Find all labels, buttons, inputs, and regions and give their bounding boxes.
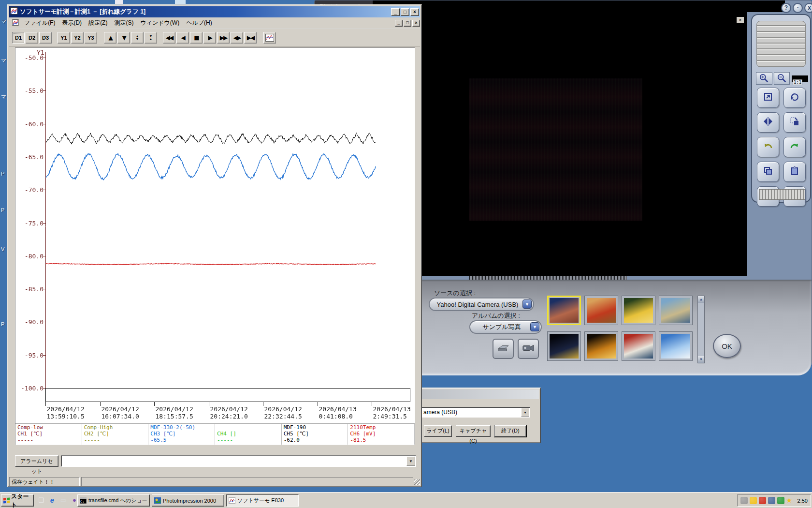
printer-tray-icon[interactable] [740,497,748,504]
menu-item-0[interactable]: ファイル(F) [21,18,58,28]
star-tray-icon[interactable]: ★ [786,497,794,504]
svg-text:C:: C: [80,500,84,504]
desktop-icon-fragment [175,0,186,4]
scanner-source-button[interactable] [493,339,514,359]
zoom-in-button[interactable] [756,72,772,85]
child-close-button[interactable]: × [412,20,420,27]
pan-down-button[interactable]: ▼ [117,32,130,44]
child-window-icon [12,19,19,28]
crop-icon [789,116,800,129]
menu-item-5[interactable]: ヘルプ(H) [183,18,216,28]
capture-button[interactable]: キャプチャ(C) [456,425,491,437]
resize-button[interactable] [757,88,779,108]
minimize-button[interactable]: _ [391,8,400,16]
chevron-down-icon[interactable]: ▼ [406,456,415,466]
pan-up-button[interactable]: ▲ [104,32,116,44]
album-select-dropdown[interactable]: サンプル写真 ▼ [469,320,542,334]
compress-y-button[interactable]: ▼▲ [145,32,157,44]
chevron-down-icon[interactable]: ▼ [530,322,539,331]
thumbnail-sky-clouds[interactable] [659,331,693,361]
fast-forward-button[interactable]: ▶▶ [217,32,230,44]
alarm-reset-button[interactable]: アラームリセット [15,455,58,467]
thumbnail-red-rock-spires[interactable] [547,296,581,325]
selector-button-d1[interactable]: D1 [12,32,25,44]
camera-source-button[interactable] [518,339,539,359]
ok-button[interactable]: OK [713,334,741,358]
child-restore-button[interactable]: □ [404,20,411,27]
selector-button-d3[interactable]: D3 [39,32,52,44]
help-tray-icon[interactable] [750,497,757,504]
task-softthermo[interactable]: ソフトサーモ E830 [226,494,299,507]
close-button[interactable]: x [804,3,812,13]
start-button[interactable]: スタート [1,494,34,507]
thumbnail-night-city[interactable] [547,331,581,361]
panel-grip[interactable] [756,21,806,67]
task-photoimpression[interactable]: PhotoImpression 2000 [152,494,224,507]
thumbnail-fiber-optics[interactable] [584,331,618,361]
exit-button[interactable]: 終了(D) [494,425,526,437]
thumbnail-harbor-town[interactable] [659,296,693,325]
paste-button[interactable] [783,162,806,182]
chevron-down-icon[interactable]: ▼ [522,299,532,309]
source-select-dropdown[interactable]: Yahoo! Digital Camera (USB) ▼ [429,298,534,311]
thumbnail-red-bird[interactable] [584,296,618,325]
photo-harbor-town [661,298,690,323]
menu-item-2[interactable]: 設定(Z) [85,18,111,28]
thumbnail-ship-bow[interactable] [622,331,655,361]
status-tray-icon[interactable] [777,497,784,504]
selector-button-y3[interactable]: Y3 [85,32,97,44]
selector-button-y2[interactable]: Y2 [71,32,84,44]
stop-button[interactable]: ■ [190,32,203,44]
title-bar[interactable]: ソフトサーモ計測－計測1 － [折れ線グラフ 1] _□× [9,6,420,17]
alert-tray-icon[interactable] [759,497,766,504]
crop-button[interactable] [783,112,806,133]
undo-button[interactable] [757,137,779,157]
legend-cell-ch4: CH4 []----- [215,424,282,445]
jump-button[interactable]: ◀▶ [231,32,243,44]
actual-size-button[interactable]: 1:1 [793,79,802,85]
desktop-icon-label-fragment: P [1,171,7,177]
thumbnail-scrollbar[interactable]: ▲ ▼ [697,296,705,363]
task-transfile[interactable]: C:transfile.cmd へのショート... [77,494,150,507]
scroll-up-icon[interactable]: ▲ [698,296,704,303]
line-graph-canvas[interactable] [15,48,415,423]
desktop-icon-label-fragment: マ [1,93,7,101]
zoom-out-button[interactable] [774,72,790,85]
expand-y-button[interactable]: ▲▼ [131,32,144,44]
fast-rewind-button[interactable]: ◀◀ [163,32,175,44]
resize-grip[interactable] [414,479,420,485]
jump-end-button[interactable]: ▶◀ [244,32,257,44]
live-button[interactable]: ライブ(L) [424,425,452,437]
child-minimize-button[interactable]: _ [395,20,403,27]
capture-preview-area[interactable]: × [373,0,747,276]
maximize-button[interactable]: □ [401,8,409,16]
copy-button[interactable] [757,162,779,182]
selector-button-d2[interactable]: D2 [26,32,38,44]
preview-close-icon[interactable]: × [736,16,744,24]
minimize-button[interactable]: - [793,3,803,13]
graph-settings-button[interactable] [263,32,276,44]
task-label: transfile.cmd へのショート... [88,497,150,504]
flip-horizontal-button[interactable] [757,112,779,133]
step-forward-button[interactable]: ▶ [203,32,216,44]
window-quicklaunch-icon[interactable]: ❑ [37,495,45,504]
close-button[interactable]: × [410,8,419,16]
redo-button[interactable] [783,137,806,157]
audio-tray-icon[interactable] [768,497,775,504]
help-button[interactable]: ? [781,3,791,13]
chevron-down-icon[interactable]: ▼ [521,408,529,417]
windows-logo-icon [3,497,10,504]
selector-button-y1[interactable]: Y1 [58,32,70,44]
menu-item-1[interactable]: 表示(D) [58,18,85,28]
ie-quicklaunch-icon[interactable]: e [48,495,57,504]
alarm-combobox[interactable]: ▼ [61,455,416,467]
scroll-down-icon[interactable]: ▼ [698,356,704,363]
mail-quicklaunch-icon[interactable]: ▭ [59,495,68,504]
desktop-icon-label-fragment: P [1,321,7,327]
menu-item-3[interactable]: 測定(S) [111,18,137,28]
legend-cell-ch1: Comp-lowCH1 [℃]----- [15,424,82,445]
step-back-button[interactable]: ◀ [176,32,189,44]
menu-item-4[interactable]: ウィンドウ(W) [137,18,183,28]
rotate-button[interactable] [783,88,806,108]
thumbnail-yellow-flowers[interactable] [622,296,655,325]
